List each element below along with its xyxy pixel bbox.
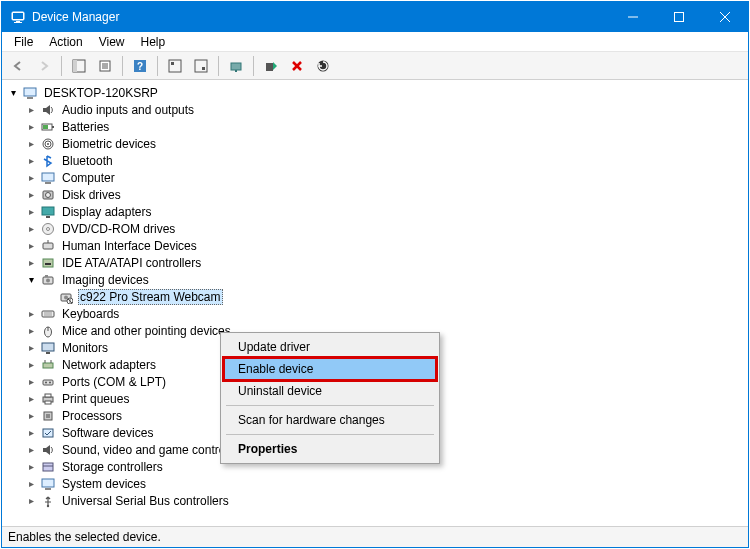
svg-rect-30 [43, 125, 48, 129]
window-title: Device Manager [32, 10, 610, 24]
expand-arrow-icon[interactable]: ▸ [24, 324, 38, 338]
tree-category-node[interactable]: ▸Human Interface Devices [24, 237, 748, 254]
menu-view[interactable]: View [91, 33, 133, 51]
properties-button[interactable] [93, 55, 117, 77]
svg-rect-62 [43, 380, 53, 385]
svg-rect-9 [73, 60, 77, 72]
tree-category-label: System devices [60, 477, 148, 491]
update-driver-button[interactable] [224, 55, 248, 77]
tree-category-node[interactable]: ▸Batteries [24, 118, 748, 135]
svg-rect-70 [43, 429, 53, 437]
svg-rect-2 [16, 21, 20, 22]
expand-arrow-icon[interactable]: ▸ [24, 256, 38, 270]
show-hide-console-tree-button[interactable] [67, 55, 91, 77]
menu-file[interactable]: File [6, 33, 41, 51]
tree-category-node[interactable]: ▸Universal Serial Bus controllers [24, 492, 748, 509]
menu-scan-hardware[interactable]: Scan for hardware changes [224, 409, 436, 431]
expand-arrow-icon[interactable]: ▾ [6, 86, 20, 100]
device-manager-window: Device Manager File Action View Help ? [1, 1, 749, 548]
close-button[interactable] [702, 2, 748, 32]
expand-arrow-icon[interactable]: ▸ [24, 358, 38, 372]
menu-enable-device[interactable]: Enable device [224, 358, 436, 380]
expand-arrow-icon[interactable]: ▸ [24, 154, 38, 168]
svg-rect-52 [42, 311, 54, 317]
svg-rect-21 [235, 70, 237, 72]
svg-rect-67 [45, 401, 51, 404]
expand-arrow-icon[interactable]: ▸ [24, 375, 38, 389]
expand-arrow-icon[interactable]: ▸ [24, 188, 38, 202]
maximize-button[interactable] [656, 2, 702, 32]
expand-arrow-icon[interactable]: ▸ [24, 426, 38, 440]
enable-device-button[interactable] [259, 55, 283, 77]
collapse-arrow-icon[interactable]: ▾ [24, 273, 38, 287]
expand-arrow-icon[interactable]: ▸ [24, 222, 38, 236]
menu-separator [226, 405, 434, 406]
expand-arrow-icon[interactable]: ▸ [24, 392, 38, 406]
toolbar-separator [253, 56, 254, 76]
ide-icon [40, 255, 56, 271]
tree-category-node[interactable]: ▸Audio inputs and outputs [24, 101, 748, 118]
tree-category-node[interactable]: ▾Imaging devices [24, 271, 748, 288]
expand-arrow-icon[interactable]: ▸ [24, 409, 38, 423]
expand-arrow-icon[interactable]: ▸ [24, 443, 38, 457]
expand-arrow-icon[interactable]: ▸ [24, 477, 38, 491]
toolbar-separator [122, 56, 123, 76]
menu-help[interactable]: Help [133, 33, 174, 51]
tree-category-node[interactable]: ▸IDE ATA/ATAPI controllers [24, 254, 748, 271]
system-icon [40, 476, 56, 492]
expand-arrow-icon[interactable]: ▸ [24, 103, 38, 117]
expand-arrow-icon[interactable]: ▸ [24, 460, 38, 474]
menu-action[interactable]: Action [41, 33, 90, 51]
svg-rect-58 [46, 352, 50, 354]
svg-rect-35 [45, 182, 51, 184]
tree-device-node[interactable]: c922 Pro Stream Webcam [42, 288, 748, 305]
help-button[interactable]: ? [128, 55, 152, 77]
monitor-icon [40, 340, 56, 356]
svg-rect-34 [42, 173, 54, 181]
expand-arrow-icon[interactable]: ▸ [24, 307, 38, 321]
svg-point-64 [49, 381, 51, 383]
hid-icon [40, 238, 56, 254]
tree-category-node[interactable]: ▸Disk drives [24, 186, 748, 203]
expand-arrow-icon[interactable]: ▸ [24, 137, 38, 151]
minimize-button[interactable] [610, 2, 656, 32]
action-button-1[interactable] [163, 55, 187, 77]
software-icon [40, 425, 56, 441]
action-button-2[interactable] [189, 55, 213, 77]
scan-hardware-button[interactable] [311, 55, 335, 77]
tree-root-node[interactable]: ▾ DESKTOP-120KSRP [6, 84, 748, 101]
tree-category-node[interactable]: ▸Computer [24, 169, 748, 186]
tree-category-label: Display adapters [60, 205, 153, 219]
toolbar-separator [218, 56, 219, 76]
back-button[interactable] [6, 55, 30, 77]
tree-category-node[interactable]: ▸System devices [24, 475, 748, 492]
svg-rect-73 [42, 479, 54, 487]
tree-category-node[interactable]: ▸Bluetooth [24, 152, 748, 169]
tree-category-node[interactable]: ▸Biometric devices [24, 135, 748, 152]
tree-category-label: Mice and other pointing devices [60, 324, 233, 338]
tree-category-node[interactable]: ▸Display adapters [24, 203, 748, 220]
expand-arrow-icon[interactable]: ▸ [24, 171, 38, 185]
svg-rect-29 [52, 126, 54, 128]
svg-rect-26 [24, 88, 36, 96]
disk-icon [40, 187, 56, 203]
expand-arrow-icon[interactable]: ▸ [24, 239, 38, 253]
forward-button[interactable] [32, 55, 56, 77]
menu-update-driver[interactable]: Update driver [224, 336, 436, 358]
expand-arrow-icon[interactable]: ▸ [24, 494, 38, 508]
svg-point-41 [47, 227, 50, 230]
expand-arrow-icon[interactable]: ▸ [24, 120, 38, 134]
svg-rect-48 [45, 275, 48, 277]
tree-category-label: DVD/CD-ROM drives [60, 222, 177, 236]
network-icon [40, 357, 56, 373]
tree-category-node[interactable]: ▸DVD/CD-ROM drives [24, 220, 748, 237]
tree-category-node[interactable]: ▸Keyboards [24, 305, 748, 322]
toolbar-separator [61, 56, 62, 76]
menu-uninstall-device[interactable]: Uninstall device [224, 380, 436, 402]
expand-arrow-icon[interactable]: ▸ [24, 341, 38, 355]
expand-arrow-icon[interactable]: ▸ [24, 205, 38, 219]
uninstall-device-button[interactable] [285, 55, 309, 77]
menu-properties[interactable]: Properties [224, 438, 436, 460]
tree-category-label: Universal Serial Bus controllers [60, 494, 231, 508]
menu-separator [226, 434, 434, 435]
